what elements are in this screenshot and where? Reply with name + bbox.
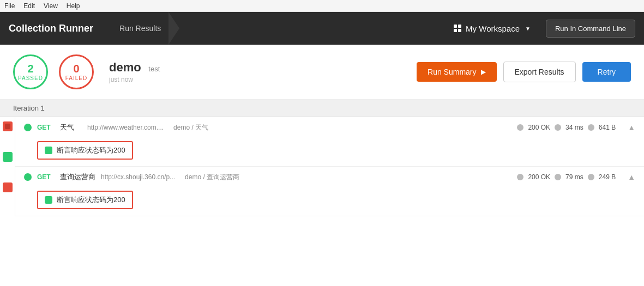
menu-edit[interactable]: Edit (23, 2, 35, 10)
toggle-icon-1[interactable]: ▲ (628, 123, 635, 132)
iteration-label: Iteration 1 (13, 104, 45, 112)
req-time-1: 34 ms (565, 124, 583, 131)
workspace-button[interactable]: My Workspace ▼ (447, 21, 537, 36)
stat-dot-status-2 (517, 174, 523, 180)
failed-badge: 0 FAILED (59, 54, 94, 89)
passed-badge: 2 PASSED (13, 54, 48, 89)
arrow-icon: ▶ (481, 68, 486, 76)
run-name: demo (109, 60, 141, 74)
stat-dot-size-1 (588, 124, 594, 131)
assertion-box-1: 断言响应状态码为200 (37, 141, 133, 160)
req-status-dot-1 (24, 124, 32, 131)
assertion-text-2: 断言响应状态码为200 (57, 195, 125, 205)
top-nav: Collection Runner Run Results My Workspa… (0, 12, 644, 45)
chevron-down-icon: ▼ (525, 26, 531, 32)
passed-count: 2 (27, 63, 33, 74)
req-url-2: http://cx.shouji.360.cn/p... (101, 173, 175, 181)
app-title: Collection Runner (9, 23, 106, 34)
menu-bar: File Edit View Help (0, 0, 644, 12)
summary-actions: Run Summary ▶ Export Results Retry (417, 62, 631, 82)
request-row-2: GET 查询运营商 http://cx.shouji.360.cn/p... d… (15, 167, 644, 187)
assertion-row-1: 断言响应状态码为200 (15, 138, 644, 166)
menu-file[interactable]: File (4, 2, 15, 10)
stat-dot-time-2 (555, 174, 561, 180)
assertion-dot-1 (45, 147, 52, 154)
req-status-text-2: 200 OK (528, 173, 550, 181)
stat-dot-time-1 (555, 124, 561, 131)
req-collection-1: demo / 天气 (173, 123, 208, 132)
iteration-header: Iteration 1 (0, 100, 644, 117)
summary-bar: 2 PASSED 0 FAILED demo test just now Run… (0, 45, 644, 100)
run-command-line-button[interactable]: Run In Command Line (546, 20, 635, 38)
retry-button[interactable]: Retry (582, 62, 631, 82)
req-stats-1: 200 OK 34 ms 641 B (517, 124, 616, 131)
menu-view[interactable]: View (44, 2, 58, 10)
left-icon-strip (0, 117, 15, 216)
menu-help[interactable]: Help (67, 2, 80, 10)
req-method-2: GET (37, 173, 55, 181)
run-time: just now (109, 76, 160, 83)
nav-run-results[interactable]: Run Results (106, 12, 174, 45)
run-summary-button[interactable]: Run Summary ▶ (417, 62, 496, 82)
req-url-1: http://www.weather.com.... (87, 124, 164, 131)
export-results-button[interactable]: Export Results (503, 62, 576, 82)
assertion-row-2: 断言响应状态码为200 (15, 187, 644, 216)
req-name-1: 天气 (60, 123, 82, 132)
req-status-dot-2 (24, 173, 32, 181)
req-stats-2: 200 OK 79 ms 249 B (517, 173, 616, 181)
left-icon-3 (3, 182, 13, 192)
request-group-2: GET 查询运营商 http://cx.shouji.360.cn/p... d… (15, 167, 644, 216)
req-collection-2: demo / 查询运营商 (185, 173, 239, 182)
req-time-2: 79 ms (565, 173, 583, 181)
results-body: GET 天气 http://www.weather.com.... demo /… (0, 117, 644, 216)
req-method-1: GET (37, 124, 55, 131)
stat-dot-size-2 (588, 174, 594, 180)
passed-label: PASSED (18, 75, 43, 81)
workspace-label: My Workspace (466, 24, 520, 33)
results-area: Iteration 1 GET 天气 http:// (0, 100, 644, 216)
left-icon-2 (3, 152, 13, 162)
run-info: demo test just now (109, 60, 160, 83)
req-size-1: 641 B (599, 124, 616, 131)
failed-label: FAILED (65, 75, 87, 81)
stat-dot-status-1 (517, 124, 523, 131)
assertion-text-1: 断言响应状态码为200 (57, 145, 125, 155)
request-row-1: GET 天气 http://www.weather.com.... demo /… (15, 117, 644, 138)
request-group-1: GET 天气 http://www.weather.com.... demo /… (15, 117, 644, 167)
assertion-box-2: 断言响应状态码为200 (37, 191, 133, 209)
workspace-grid-icon (454, 25, 461, 32)
req-name-2: 查询运营商 (60, 172, 95, 182)
assertion-dot-2 (45, 196, 52, 204)
failed-count: 0 (73, 63, 79, 74)
req-status-text-1: 200 OK (528, 124, 550, 131)
run-sub: test (148, 65, 160, 73)
left-icon-1 (3, 121, 13, 131)
req-size-2: 249 B (599, 173, 616, 181)
requests-list: GET 天气 http://www.weather.com.... demo /… (15, 117, 644, 216)
toggle-icon-2[interactable]: ▲ (628, 173, 635, 181)
